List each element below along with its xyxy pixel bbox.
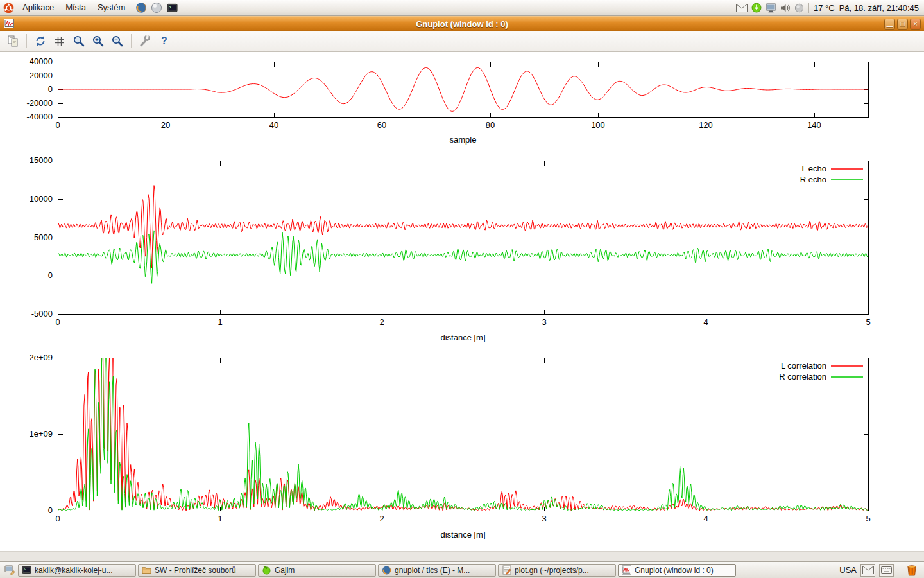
svg-text:5000: 5000: [34, 232, 53, 242]
gnome-top-panel: AplikaceMístaSystém 17 °C Pá, 18. září, …: [0, 0, 924, 16]
svg-text:0: 0: [48, 270, 53, 280]
svg-text:?: ?: [161, 35, 167, 46]
series-r-correlation: [58, 335, 868, 511]
keyboard-layout-indicator[interactable]: USA: [839, 565, 857, 575]
series-r-echo: [58, 231, 868, 283]
legend-label: L correlation: [781, 361, 826, 371]
taskbar-window-button[interactable]: gnuplot / tics (E) - M...: [378, 564, 496, 577]
svg-text:0: 0: [55, 317, 60, 327]
firefox-icon: [382, 565, 391, 575]
svg-text:−: −: [114, 37, 117, 43]
svg-text:140: 140: [807, 120, 821, 130]
weather-temperature[interactable]: 17 °C: [814, 3, 835, 13]
gnuplot-plots: 020406080100120140-40000-200000200004000…: [0, 52, 924, 551]
svg-text:10000: 10000: [30, 194, 53, 204]
taskbar-window-button[interactable]: Gnuplot (window id : 0): [618, 564, 736, 577]
gnuplot-icon: [622, 565, 631, 575]
keyboard-indicator[interactable]: [879, 564, 894, 577]
svg-text:0: 0: [55, 514, 60, 523]
toolbar-autoscale[interactable]: −: [108, 33, 126, 49]
help-browser-icon[interactable]: [149, 0, 164, 15]
plot-canvas[interactable]: 020406080100120140-40000-200000200004000…: [0, 52, 924, 551]
firefox-icon[interactable]: [133, 0, 149, 15]
toolbar-replot[interactable]: [31, 33, 49, 49]
svg-text:3: 3: [542, 514, 546, 523]
legend-label: R echo: [800, 175, 826, 184]
taskbar-window-label: gnuplot / tics (E) - M...: [395, 566, 470, 575]
ubuntu-logo-icon[interactable]: [0, 0, 17, 15]
svg-text:20: 20: [161, 120, 170, 130]
toolbar-zoom-next[interactable]: +: [89, 33, 107, 49]
svg-text:80: 80: [486, 120, 495, 130]
volume-icon[interactable]: [780, 3, 791, 13]
svg-text:0: 0: [55, 120, 60, 130]
plot-3: 01234501e+092e+09distance [m]L correlati…: [29, 295, 870, 539]
window-controls: — □ ×: [884, 19, 921, 30]
mail-icon[interactable]: [736, 4, 748, 12]
plot-2: 012345-5000050001000015000distance [m]L …: [30, 155, 871, 342]
trash-icon[interactable]: [904, 563, 920, 577]
display-icon[interactable]: [766, 3, 776, 13]
menu-system[interactable]: Systém: [92, 0, 131, 15]
close-button[interactable]: ×: [910, 19, 921, 30]
taskbar-right: USA: [839, 563, 921, 577]
svg-text:distance [m]: distance [m]: [440, 530, 485, 539]
show-desktop-icon[interactable]: [3, 564, 16, 577]
svg-text:5: 5: [866, 514, 870, 523]
toolbar-copy-to-clipboard[interactable]: [4, 33, 22, 49]
svg-text:2e+09: 2e+09: [29, 353, 53, 362]
svg-text:120: 120: [699, 120, 713, 130]
window-bottom-frame: [0, 551, 924, 561]
svg-text:1e+09: 1e+09: [29, 429, 53, 439]
gajim-icon: [262, 565, 271, 575]
svg-text:3: 3: [542, 317, 546, 327]
tray-separator: [809, 3, 809, 13]
window-title: Gnuplot (window id : 0): [0, 19, 924, 29]
taskbar-window-label: SW - Prohlížeč souborů: [155, 566, 236, 575]
menu-mista[interactable]: Místa: [60, 0, 92, 15]
toolbar-zoom-previous[interactable]: [70, 33, 88, 49]
maximize-button[interactable]: □: [897, 19, 908, 30]
svg-text:40: 40: [270, 120, 278, 130]
taskbar-window-label: kaklik@kaklik-kolej-u...: [35, 566, 113, 575]
window-titlebar[interactable]: Gnuplot (window id : 0) — □ ×: [0, 16, 924, 31]
legend-label: L echo: [801, 164, 826, 173]
svg-text:40000: 40000: [30, 57, 53, 66]
menu-aplikace[interactable]: Aplikace: [17, 0, 60, 15]
terminal-icon[interactable]: [164, 0, 180, 15]
clock[interactable]: Pá, 18. září, 21:40:45: [839, 3, 919, 13]
taskbar-window-button[interactable]: SW - Prohlížeč souborů: [138, 564, 256, 577]
svg-text:1: 1: [218, 317, 222, 327]
series-signal: [58, 67, 868, 111]
svg-text:4: 4: [703, 514, 708, 523]
gnome-taskbar: kaklik@kaklik-kolej-u...SW - Prohlížeč s…: [0, 561, 924, 578]
svg-text:1: 1: [218, 514, 222, 523]
svg-text:2: 2: [379, 317, 384, 327]
folder-icon: [142, 565, 151, 575]
svg-text:4: 4: [703, 317, 708, 327]
svg-text:0: 0: [48, 505, 53, 515]
weather-icon[interactable]: [794, 3, 804, 13]
mail-indicator[interactable]: [860, 564, 875, 577]
svg-text:+: +: [95, 37, 98, 43]
toolbar-separator: [131, 34, 132, 48]
minimize-button[interactable]: —: [884, 19, 895, 30]
taskbar-window-button[interactable]: kaklik@kaklik-kolej-u...: [18, 564, 136, 577]
svg-text:5: 5: [866, 317, 870, 327]
toolbar-toggle-grid[interactable]: [51, 33, 69, 49]
panel-menus: AplikaceMístaSystém: [17, 0, 131, 15]
svg-text:-5000: -5000: [31, 309, 53, 319]
svg-text:2: 2: [379, 514, 384, 523]
toolbar-help[interactable]: ?: [155, 33, 173, 49]
taskbar-window-label: Gajim: [275, 566, 295, 575]
toolbar-configure-plot[interactable]: [136, 33, 154, 49]
svg-text:60: 60: [377, 120, 386, 130]
taskbar-window-label: Gnuplot (window id : 0): [635, 566, 714, 575]
window-list: kaklik@kaklik-kolej-u...SW - Prohlížeč s…: [18, 564, 736, 577]
svg-text:sample: sample: [450, 135, 477, 144]
taskbar-window-button[interactable]: plot.gn (~/projects/p...: [498, 564, 616, 577]
terminal-icon: [22, 565, 31, 575]
software-update-icon[interactable]: [751, 3, 762, 13]
editor-icon: [502, 565, 511, 575]
taskbar-window-button[interactable]: Gajim: [258, 564, 376, 577]
